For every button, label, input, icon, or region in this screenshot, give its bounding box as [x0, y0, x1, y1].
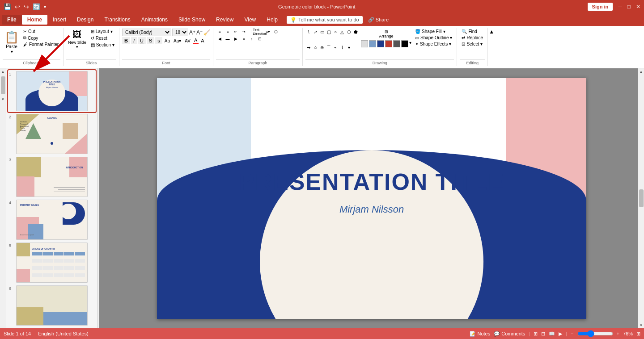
slide-title[interactable]: PRESENTATION TITLE — [239, 169, 505, 195]
redo-icon[interactable]: ↪ — [24, 3, 29, 10]
shape-oval[interactable]: ○ — [332, 29, 339, 35]
strikethrough-button[interactable]: S — [147, 37, 154, 44]
shape-effects-button[interactable]: ✦ Shape Effects▾ — [413, 41, 454, 47]
tab-help[interactable]: Help — [261, 15, 283, 25]
shape-more7[interactable]: ⌁ — [332, 44, 339, 50]
font-name-select[interactable]: Calibri (Body) — [122, 29, 171, 36]
scroll-up-btn[interactable]: ▲ — [0, 68, 6, 75]
col-layout-btn[interactable]: ⊟ — [256, 36, 263, 42]
comments-button[interactable]: 💬 Comments — [494, 331, 525, 337]
minimize-btn[interactable]: ─ — [618, 4, 622, 10]
scroll-down-btn[interactable]: ▼ — [0, 96, 6, 102]
align-center-btn[interactable]: ▬ — [224, 36, 231, 42]
save-icon[interactable]: 💾 — [4, 3, 11, 10]
highlight-btn[interactable]: A — [199, 38, 205, 44]
style-box-2[interactable] — [369, 40, 376, 47]
canvas-scroll-up[interactable]: ▲ — [638, 68, 644, 75]
bullets-btn[interactable]: ≡ — [216, 29, 223, 35]
tab-file[interactable]: File — [2, 15, 22, 25]
new-slide-button[interactable]: 🖼 New Slide ▾ — [66, 29, 88, 50]
text-direction-btn[interactable]: Text Direction — [256, 29, 263, 35]
slide-thumb-3[interactable]: 3 INTRODUCTION — [8, 156, 96, 198]
fit-slide-btn[interactable]: ⊞ — [636, 331, 640, 337]
shadow-button[interactable]: s — [155, 37, 162, 44]
shape-more3[interactable]: ➡ — [305, 44, 312, 50]
style-box-5[interactable] — [393, 40, 400, 47]
recover-icon[interactable]: 🔄 — [33, 3, 40, 10]
tab-home[interactable]: Home — [22, 15, 47, 25]
font-color-btn[interactable]: A — [193, 37, 199, 44]
arrange-button[interactable]: ⊞ Arrange — [361, 29, 411, 39]
align-left-btn[interactable]: ◀ — [216, 36, 223, 42]
format-painter-button[interactable]: 🖌 Format Painter — [21, 42, 60, 47]
font-case-btn[interactable]: Aa — [163, 38, 171, 44]
font-grow-icon[interactable]: A⁺ — [189, 29, 195, 36]
slideshow-btn[interactable]: ▶ — [559, 331, 562, 337]
zoom-out-btn[interactable]: − — [571, 331, 573, 336]
reading-view-btn[interactable]: 📖 — [549, 331, 555, 337]
new-slide-dropdown[interactable]: ▾ — [76, 45, 78, 49]
slide-author[interactable]: Mirjam Nilsson — [239, 204, 505, 215]
slide-canvas[interactable]: PRESENTATION TITLE Mirjam Nilsson — [157, 78, 586, 319]
slide-sorter-btn[interactable]: ⊟ — [541, 331, 545, 337]
tab-slideshow[interactable]: Slide Show — [173, 15, 211, 25]
reset-button[interactable]: ↺ Reset — [89, 35, 116, 41]
style-box-4[interactable] — [385, 40, 392, 47]
align-text-btn[interactable]: ≡▾ — [264, 29, 271, 35]
collapse-icon[interactable]: ▲ — [489, 29, 494, 35]
paste-button[interactable]: 📋 Paste ▾ — [3, 29, 21, 56]
normal-view-btn[interactable]: ⊞ — [534, 331, 538, 337]
copy-button[interactable]: ⧉ Copy — [21, 35, 60, 41]
clear-format-icon[interactable]: 🧹 — [203, 29, 210, 36]
tell-me-box[interactable]: 💡 Tell me what you want to do — [287, 16, 363, 24]
shape-scroll[interactable]: ▾ — [346, 44, 352, 50]
slide-thumb-4[interactable]: 4 PRIMARY GOALS Annual revenue growth — [8, 199, 96, 241]
line-spacing-btn[interactable]: ↕ — [248, 36, 255, 42]
collapse-ribbon[interactable]: ▲ — [488, 28, 495, 66]
slide-thumb-1[interactable]: 1 PRESENTATIONTITLEMirjam Nilsson — [8, 70, 96, 112]
font-spacing-btn[interactable]: Aa▾ — [172, 38, 182, 44]
share-button[interactable]: 🔗 Share — [368, 17, 389, 23]
underline-button[interactable]: U — [138, 37, 146, 44]
tab-view[interactable]: View — [239, 15, 261, 25]
layout-button[interactable]: ⊞ Layout▾ — [89, 29, 116, 34]
tab-design[interactable]: Design — [72, 15, 99, 25]
font-shrink-icon[interactable]: A⁻ — [196, 29, 203, 36]
canvas-scroll-down[interactable]: ▼ — [638, 322, 644, 328]
slide-content[interactable]: PRESENTATION TITLE Mirjam Nilsson — [239, 169, 505, 215]
slide-thumb-2[interactable]: 2 AGENDA IntroductionPrimary goalsArea o… — [8, 113, 96, 155]
shape-line[interactable]: \ — [305, 29, 312, 35]
close-btn[interactable]: ✕ — [636, 4, 640, 10]
shape-arrow[interactable]: ↗ — [312, 29, 318, 35]
restore-btn[interactable]: □ — [627, 4, 631, 10]
notes-button[interactable]: 📝 Notes — [470, 331, 490, 337]
tab-review[interactable]: Review — [211, 15, 239, 25]
decrease-indent-btn[interactable]: ⇤ — [232, 29, 239, 35]
cut-button[interactable]: ✂ Cut — [21, 29, 60, 34]
tab-transitions[interactable]: Transitions — [99, 15, 136, 25]
sign-in-button[interactable]: Sign in — [588, 3, 613, 11]
style-box-1[interactable] — [361, 40, 368, 47]
zoom-slider[interactable] — [577, 330, 613, 337]
style-box-6[interactable] — [401, 40, 408, 47]
convert-smartart-btn[interactable]: ⬡ — [272, 29, 280, 35]
replace-button[interactable]: ⇄ Replace — [460, 35, 485, 41]
find-button[interactable]: 🔍 Find — [460, 29, 485, 34]
increase-indent-btn[interactable]: ⇥ — [240, 29, 247, 35]
numbering-btn[interactable]: ≡ — [224, 29, 231, 35]
tab-insert[interactable]: Insert — [47, 15, 72, 25]
shape-more8[interactable]: ⌇ — [339, 44, 345, 50]
slide-thumb-6[interactable]: 6 — [8, 285, 96, 326]
undo-icon[interactable]: ↩ — [15, 3, 20, 10]
zoom-in-btn[interactable]: + — [617, 331, 619, 336]
shape-rounded[interactable]: ▢ — [326, 29, 332, 35]
shape-outline-button[interactable]: ▭ Shape Outline▾ — [413, 35, 454, 41]
shape-triangle[interactable]: △ — [339, 29, 345, 35]
shape-rect[interactable]: ▭ — [319, 29, 325, 35]
section-button[interactable]: ▤ Section▾ — [89, 42, 116, 48]
style-box-3[interactable] — [377, 40, 384, 47]
slide-thumb-5[interactable]: 5 AREAS OF GROWTH — [8, 242, 96, 284]
shape-more6[interactable]: ⌒ — [326, 44, 332, 50]
shape-more2[interactable]: ⬟ — [352, 29, 359, 35]
quick-styles-dropdown[interactable]: ▾ — [409, 40, 411, 47]
